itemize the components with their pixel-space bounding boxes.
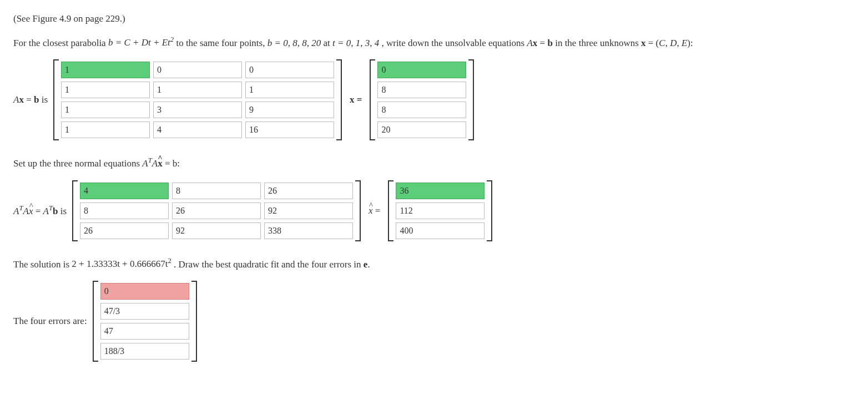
matrix-ata-cell-2-2[interactable]: 338	[264, 222, 353, 239]
eq-at-a-xhat: ATA^x = b:	[142, 158, 180, 169]
matrix-a-cell-0-2[interactable]: 0	[245, 62, 334, 78]
label-errors: The four errors are:	[13, 315, 93, 328]
normal-eq-prompt: Set up the three normal equations ATA^x …	[13, 156, 855, 170]
errors-row: The four errors are: 047/347188/3	[13, 281, 855, 362]
eq-t-values: t = 0, 1, 3, 4	[332, 37, 379, 48]
matrix-ata-cell-1-0[interactable]: 8	[80, 203, 169, 219]
vector-atb-cell-0[interactable]: 36	[396, 183, 485, 199]
matrix-a-cell-1-0[interactable]: 1	[61, 82, 150, 98]
vector-errors: 047/347188/3	[93, 281, 197, 362]
matrix-a-cell-3-1[interactable]: 4	[153, 122, 242, 138]
text: . Draw the best quadratic fit and the fo…	[174, 259, 364, 269]
matrix-a-cell-1-2[interactable]: 1	[245, 82, 334, 98]
bracket-left	[93, 281, 98, 362]
text: For the closest parabolia	[13, 37, 108, 48]
vector-b-cell-1[interactable]: 8	[377, 82, 466, 98]
matrix-a-cell-0-0[interactable]: 1	[61, 62, 150, 78]
problem-statement: For the closest parabolia b = C + Dt + E…	[13, 36, 855, 49]
matrix-a-cell-3-0[interactable]: 1	[61, 122, 150, 138]
bracket-left	[388, 180, 393, 241]
eq-b-parabola: b = C + Dt + Et2	[108, 37, 174, 48]
matrix-ATA: 4826826922692338	[72, 180, 361, 241]
eq-b-values: b = 0, 8, 8, 20	[268, 37, 321, 48]
matrix-ata-cell-0-1[interactable]: 8	[172, 183, 261, 199]
matrix-a-cell-1-1[interactable]: 1	[153, 82, 242, 98]
matrix-a-cell-2-0[interactable]: 1	[61, 102, 150, 118]
matrix-ata-cell-2-0[interactable]: 26	[80, 222, 169, 239]
matrix-ata-cell-1-1[interactable]: 26	[172, 203, 261, 219]
eq-x-def: x = (C, D, E):	[641, 37, 693, 48]
text: at	[323, 37, 332, 48]
matrix-ata-cell-0-2[interactable]: 26	[264, 183, 353, 199]
vector-b: 08820	[370, 59, 474, 140]
vector-b-cell-0[interactable]: 0	[377, 62, 466, 78]
text: Set up the three normal equations	[13, 158, 142, 169]
bracket-left	[53, 59, 59, 140]
bracket-right	[191, 281, 197, 362]
text: , write down the unsolvable equations	[381, 37, 527, 48]
label-axb-is: Ax = b is	[13, 93, 53, 107]
text: .	[367, 259, 370, 269]
matrix-A: 1001111391416	[53, 59, 342, 140]
matrix-ata-cell-2-1[interactable]: 92	[172, 222, 261, 239]
vector-err-cell-3[interactable]: 188/3	[100, 343, 189, 360]
vector-ATb: 36112400	[388, 180, 492, 241]
see-figure-note: (See Figure 4.9 on page 229.)	[13, 12, 855, 26]
vector-atb-cell-1[interactable]: 112	[396, 203, 485, 219]
bracket-right	[487, 180, 492, 241]
bracket-right	[468, 59, 474, 140]
text: to the same four points,	[176, 37, 267, 48]
eq-axb: Ax = b	[527, 37, 552, 48]
matrix-a-cell-2-1[interactable]: 3	[153, 102, 242, 118]
solution-text: The solution is 2 + 1.33333t + 0.666667t…	[13, 257, 855, 271]
bracket-left	[370, 59, 375, 140]
bracket-right	[336, 59, 342, 140]
matrix-a-cell-0-1[interactable]: 0	[153, 62, 242, 78]
label-x-eq: x =	[342, 93, 370, 107]
vector-atb-cell-2[interactable]: 400	[396, 222, 485, 239]
text: in the three unknowns	[555, 37, 641, 48]
bracket-left	[72, 180, 78, 241]
equation-ax-b-row: Ax = b is 1001111391416 x = 08820	[13, 59, 855, 140]
solution-expr: 2 + 1.33333t + 0.666667t2	[72, 259, 171, 269]
matrix-ata-cell-0-0[interactable]: 4	[80, 183, 169, 199]
vector-b-cell-2[interactable]: 8	[377, 102, 466, 118]
vector-err-cell-0[interactable]: 0	[100, 283, 189, 300]
matrix-a-cell-2-2[interactable]: 9	[245, 102, 334, 118]
vector-b-cell-3[interactable]: 20	[377, 122, 466, 138]
bracket-right	[355, 180, 361, 241]
equation-ata-atb-row: ATA^x = ATb is 4826826922692338 ^x = 361…	[13, 180, 855, 241]
vector-err-cell-1[interactable]: 47/3	[100, 303, 189, 320]
label-xhat-eq: ^x =	[361, 204, 388, 217]
matrix-ata-cell-1-2[interactable]: 92	[264, 203, 353, 219]
matrix-a-cell-3-2[interactable]: 16	[245, 122, 334, 138]
label-ata-atb-is: ATA^x = ATb is	[13, 204, 72, 217]
text: The solution is	[13, 259, 72, 269]
vector-err-cell-2[interactable]: 47	[100, 323, 189, 340]
